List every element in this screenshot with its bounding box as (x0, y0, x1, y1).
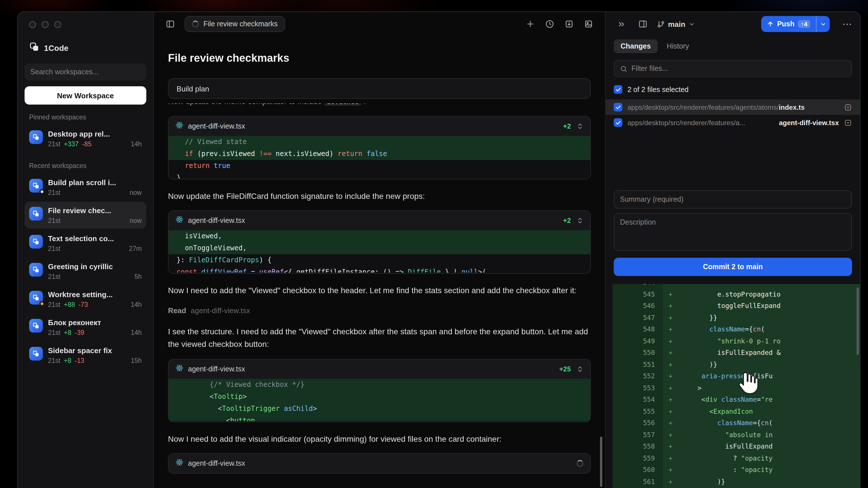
read-file-row[interactable]: Readagent-diff-view.tsx (168, 306, 591, 315)
code-card-header[interactable]: agent-diff-view.tsx (168, 454, 590, 473)
chat-tab[interactable]: File review checkmarks (185, 16, 285, 32)
workspace-item[interactable]: File review chec...21stnow (25, 202, 146, 228)
git-panel: main Push ↑4 ⋯ (605, 12, 860, 488)
file-name: agent-diff-view.tsx (188, 122, 245, 130)
new-chat-icon[interactable] (523, 17, 538, 31)
file-checkbox[interactable] (614, 118, 622, 127)
history-clock-icon[interactable] (542, 17, 557, 31)
zoom-window-button[interactable] (54, 21, 61, 28)
export-box-icon[interactable] (562, 17, 577, 31)
code-token: "shrink-0 p-1 ro (678, 337, 781, 345)
file-row[interactable]: apps/desktop/src/renderer/features/agent… (606, 99, 860, 115)
code-token: )} (678, 478, 725, 485)
code-card-header[interactable]: agent-diff-view.tsx+2 (168, 211, 590, 231)
workspace-title: File review chec... (48, 206, 142, 215)
push-options-button[interactable] (816, 16, 830, 32)
diff-code-text: aria-pressed={isFu (678, 370, 860, 382)
code-token: useRef (259, 268, 284, 273)
select-all-checkbox[interactable] (614, 85, 622, 94)
code-token: cn (761, 419, 769, 427)
close-window-button[interactable] (29, 21, 36, 28)
assistant-message-flow: agent-diff-view.tsx+2 // Viewed state if… (168, 116, 591, 474)
line-number: 545 (613, 288, 663, 300)
collapse-panel-icon[interactable] (614, 17, 628, 31)
clipped-chat-line: Now update the memo comparator to includ… (168, 103, 591, 109)
code-token: ? (678, 454, 741, 462)
added-count: +88 (64, 301, 75, 308)
line-number: 546 (613, 300, 663, 312)
commit-button[interactable]: Commit 2 to main (614, 258, 852, 276)
commit-description-input[interactable] (614, 213, 852, 251)
workspace-item[interactable]: Worktree setting...21st+88-7314h (25, 286, 146, 312)
code-token: < (177, 392, 214, 400)
code-token: button (230, 416, 255, 421)
toggle-right-panel-icon[interactable] (636, 17, 650, 31)
inline-code-chip: isViewed (324, 103, 362, 106)
file-checkbox[interactable] (614, 103, 622, 112)
workspace-date: 21st (48, 273, 61, 280)
workspace-item[interactable]: Greeting in cyrillic21st5h (25, 258, 146, 284)
tab-changes[interactable]: Changes (614, 39, 658, 53)
code-card-header[interactable]: agent-diff-view.tsx+2 (168, 117, 590, 136)
branch-selector[interactable]: main (657, 20, 695, 28)
react-file-icon (176, 216, 183, 226)
workspace-item[interactable]: Build plan scroll i...21stnow (25, 174, 146, 201)
diff-code-text (678, 284, 860, 288)
search-workspaces-input[interactable] (25, 63, 146, 81)
build-plan-label: Build plan (177, 84, 209, 93)
code-card-body: // Viewed state if (prev.isViewed !== ne… (168, 136, 590, 179)
removed-count: -85 (82, 141, 91, 147)
diff-preview: 544+545+ e.stopPropagatio546+ toggleFull… (613, 284, 860, 488)
code-token: DiffFile (408, 268, 441, 273)
open-diff-icon[interactable] (844, 119, 852, 127)
expand-collapse-icon[interactable] (577, 365, 583, 372)
added-marker: + (663, 324, 678, 335)
preview-image-icon[interactable] (581, 17, 596, 31)
code-token: toggleFullExpand (678, 302, 781, 310)
code-token: cn (753, 325, 761, 333)
more-options-button[interactable]: ⋯ (842, 19, 852, 29)
code-token: FileDiffCardProps (189, 256, 259, 264)
code-token: ={isFu (749, 372, 773, 380)
code-token: ( (761, 325, 765, 333)
react-file-icon (176, 121, 183, 131)
code-card-header[interactable]: agent-diff-view.tsx+25 (168, 359, 590, 378)
assistant-paragraph: I see the structure. I need to add the "… (168, 325, 591, 351)
diff-code-text: toggleFullExpand (678, 300, 860, 312)
expand-collapse-icon[interactable] (577, 123, 583, 130)
workspace-item[interactable]: Text selection co...21st27m (25, 230, 146, 256)
workspace-icon (29, 179, 43, 192)
diff-line: 546+ toggleFullExpand (613, 300, 860, 312)
workspace-time: 14h (131, 329, 142, 336)
file-row[interactable]: apps/desktop/src/renderer/features/a...a… (606, 115, 860, 130)
toggle-sidebar-icon[interactable] (163, 17, 178, 31)
workspace-item[interactable]: Блок реконект21st+8-3914h (25, 314, 146, 341)
react-file-icon (176, 458, 183, 468)
line-number: 552 (613, 370, 663, 382)
loading-spinner (577, 460, 583, 467)
file-name: agent-diff-view.tsx (779, 119, 839, 127)
workspace-icon (29, 207, 43, 220)
workspace-icon (29, 235, 43, 249)
tab-loading-spinner (192, 21, 199, 27)
push-button[interactable]: Push ↑4 (761, 16, 816, 32)
code-diff-card: agent-diff-view.tsx+25 {/* Viewed checkb… (168, 359, 591, 422)
minimize-window-button[interactable] (42, 21, 49, 28)
chat-tab-label: File review checkmarks (204, 20, 278, 28)
open-diff-icon[interactable] (844, 103, 852, 111)
chat-scrollbar[interactable] (600, 436, 602, 487)
workspace-item[interactable]: Sidebar spacer fix21st+8-1315h (25, 342, 146, 369)
added-marker: + (663, 382, 678, 394)
new-workspace-button[interactable]: New Workspace (25, 86, 146, 104)
file-directory: apps/desktop/src/renderer/features/agent… (627, 103, 779, 111)
workspace-item[interactable]: Desktop app rel...21st+337-8514h (25, 125, 146, 152)
commit-summary-input[interactable] (614, 190, 852, 209)
code-token: = (247, 268, 259, 273)
expand-collapse-icon[interactable] (577, 217, 583, 224)
code-token: return (338, 150, 363, 158)
status-dot (39, 189, 44, 194)
diff-scrollbar[interactable] (857, 287, 859, 355)
build-plan-field[interactable]: Build plan (168, 78, 591, 99)
filter-files-input[interactable] (631, 65, 846, 72)
tab-history[interactable]: History (660, 39, 696, 53)
